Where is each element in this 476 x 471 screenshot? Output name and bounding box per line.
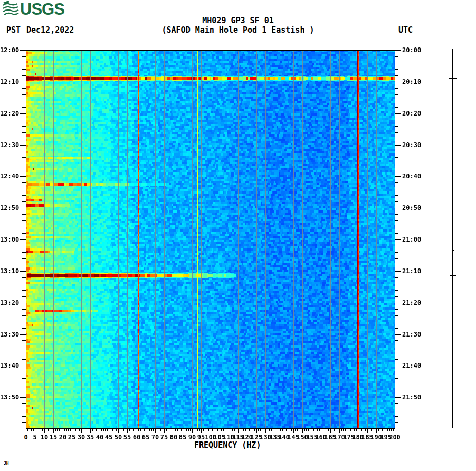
axis-tick [20, 50, 26, 51]
axis-tick [216, 429, 216, 431]
axis-tick [223, 429, 224, 431]
axis-tick [83, 429, 83, 431]
axis-tick [22, 258, 26, 259]
axis-tick [140, 429, 141, 431]
axis-tick [186, 429, 187, 431]
axis-tick [20, 176, 26, 177]
axis-tick [395, 322, 398, 322]
axis-tick [291, 429, 292, 431]
axis-tick [391, 429, 392, 431]
date-label: Dec12,2022 [26, 26, 74, 34]
pst-time-label: 12:20 [0, 110, 19, 117]
axis-tick [22, 347, 26, 347]
axis-tick [22, 391, 26, 391]
axis-tick [100, 429, 100, 433]
axis-tick [395, 170, 398, 170]
axis-tick [22, 265, 26, 265]
axis-tick [133, 429, 134, 431]
axis-tick [349, 429, 349, 433]
axis-tick [395, 69, 398, 70]
axis-tick [72, 429, 72, 433]
axis-tick [78, 429, 78, 431]
axis-tick [22, 56, 26, 57]
axis-tick [116, 429, 117, 431]
axis-tick [22, 220, 26, 221]
timezone-left-label: PST [6, 26, 21, 34]
axis-tick [57, 429, 58, 431]
axis-tick [30, 429, 30, 431]
pst-time-label: 13:40 [0, 362, 19, 369]
axis-tick [22, 410, 26, 410]
axis-tick [174, 429, 174, 433]
scale-bar-line [452, 49, 453, 428]
axis-tick [395, 94, 398, 95]
axis-tick [361, 429, 362, 431]
utc-time-label: 21:50 [402, 394, 421, 401]
axis-tick [31, 429, 32, 431]
axis-tick [153, 429, 154, 431]
axis-tick [103, 429, 104, 431]
axis-tick [395, 416, 398, 417]
axis-tick [304, 429, 305, 431]
axis-tick [22, 378, 26, 379]
axis-tick [356, 429, 357, 431]
axis-tick [42, 429, 43, 431]
axis-tick [22, 157, 26, 158]
axis-tick [22, 214, 26, 215]
axis-tick [146, 429, 146, 433]
axis-tick [395, 214, 398, 215]
axis-tick [290, 429, 290, 431]
axis-tick [395, 429, 395, 433]
pst-time-label: 12:10 [0, 79, 19, 85]
pst-time-label: 12:00 [0, 47, 19, 54]
utc-time-label: 21:10 [402, 268, 421, 275]
axis-tick [256, 429, 257, 433]
axis-tick [395, 227, 398, 227]
axis-tick [22, 322, 26, 322]
axis-tick [122, 429, 122, 431]
utc-time-label: 20:30 [402, 142, 421, 149]
axis-tick [194, 429, 194, 431]
axis-tick [339, 429, 340, 433]
utc-time-label: 20:20 [402, 110, 421, 117]
pst-time-label: 13:30 [0, 331, 19, 338]
footer-mark: JH [4, 462, 9, 466]
axis-tick [251, 429, 251, 431]
axis-tick [395, 403, 398, 404]
axis-tick [64, 429, 65, 431]
axis-tick [354, 429, 355, 431]
pst-time-label: 13:50 [0, 394, 19, 401]
pst-time-label: 12:50 [0, 205, 19, 212]
axis-tick [22, 139, 26, 139]
axis-tick [196, 429, 196, 431]
axis-tick [22, 290, 26, 291]
axis-tick [365, 429, 366, 431]
axis-tick [22, 126, 26, 127]
axis-tick [284, 429, 284, 433]
axis-tick [238, 429, 239, 433]
axis-tick [126, 429, 126, 431]
axis-tick [395, 164, 398, 164]
axis-tick [203, 429, 204, 431]
axis-tick [75, 429, 76, 431]
axis-tick [22, 359, 26, 360]
axis-tick [316, 429, 316, 431]
axis-tick [20, 239, 26, 240]
axis-tick [236, 429, 236, 431]
axis-tick [395, 113, 401, 114]
axis-tick [66, 429, 67, 431]
axis-tick [217, 429, 218, 431]
axis-tick [22, 227, 26, 227]
axis-tick [46, 429, 46, 431]
axis-tick [275, 429, 275, 433]
axis-tick [22, 328, 26, 329]
axis-tick [395, 107, 398, 108]
axis-tick [20, 303, 26, 303]
axis-tick [395, 201, 398, 202]
axis-tick [395, 139, 398, 139]
axis-tick [386, 429, 386, 433]
axis-tick [90, 429, 91, 433]
axis-tick [395, 277, 398, 278]
axis-tick [220, 429, 220, 433]
axis-tick [299, 429, 299, 431]
